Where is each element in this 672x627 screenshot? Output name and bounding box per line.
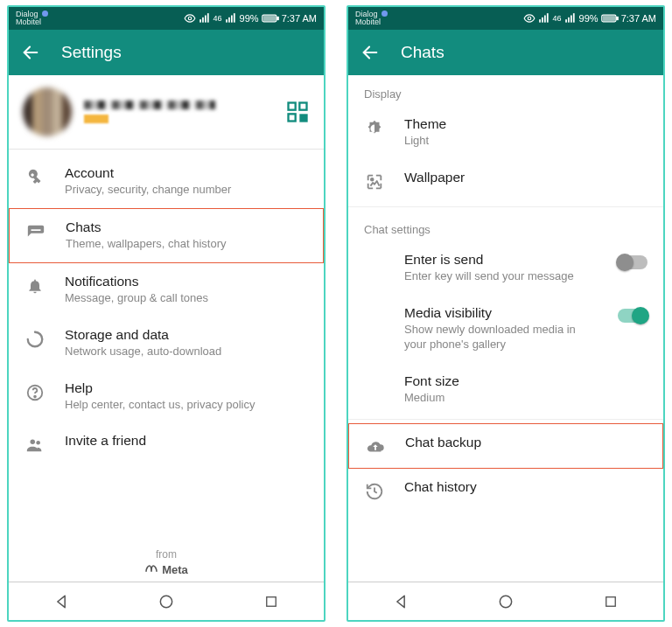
item-sub: Theme, wallpapers, chat history <box>66 237 307 252</box>
item-title: Storage and data <box>65 327 308 343</box>
svg-rect-32 <box>568 17 570 23</box>
footer-meta: from Meta <box>9 541 324 582</box>
chats-item-font-size[interactable]: Font size Medium <box>348 363 663 416</box>
svg-rect-34 <box>573 13 575 23</box>
svg-rect-11 <box>263 17 275 21</box>
item-title: Media visibility <box>404 305 598 321</box>
settings-item-account[interactable]: Account Privacy, security, change number <box>9 155 324 208</box>
toggle-media-visibility[interactable] <box>618 309 648 323</box>
history-icon <box>364 481 385 502</box>
settings-item-chats[interactable]: Chats Theme, wallpapers, chat history <box>9 208 324 263</box>
item-title: Chat backup <box>405 435 647 450</box>
chats-item-backup[interactable]: Chat backup <box>348 423 663 469</box>
battery-icon <box>601 13 619 24</box>
nav-home[interactable] <box>155 590 178 613</box>
section-display: Display <box>348 75 663 106</box>
divider <box>348 419 663 420</box>
svg-point-26 <box>528 17 531 20</box>
profile-name <box>84 101 273 123</box>
svg-rect-4 <box>207 13 209 23</box>
svg-rect-5 <box>226 19 228 23</box>
nav-back[interactable] <box>389 590 412 613</box>
chats-item-theme[interactable]: Theme Light <box>348 106 663 159</box>
meta-logo: Meta <box>144 562 188 576</box>
carrier-label: Dialog Mobitel <box>355 10 388 26</box>
item-title: Theme <box>404 116 648 132</box>
page-title: Chats <box>401 43 444 62</box>
svg-rect-3 <box>205 16 206 23</box>
back-button[interactable] <box>21 43 40 62</box>
item-sub: Enter key will send your message <box>404 269 598 284</box>
divider <box>348 206 663 207</box>
qr-code-button[interactable] <box>285 100 310 124</box>
svg-rect-27 <box>539 19 541 23</box>
item-title: Font size <box>404 373 648 389</box>
status-bar: Dialog Mobitel 46 99% 7:37 AM <box>9 7 324 30</box>
time-label: 7:37 AM <box>282 13 317 24</box>
item-sub: Medium <box>404 391 648 406</box>
status-right: 46 99% 7:37 AM <box>184 12 317 24</box>
settings-item-help[interactable]: Help Help center, contact us, privacy po… <box>9 370 324 423</box>
cloud-upload-icon <box>365 436 386 457</box>
battery-text: 99% <box>240 13 259 24</box>
battery-icon <box>262 13 279 24</box>
item-sub: Light <box>404 134 648 149</box>
nav-recent[interactable] <box>260 590 283 613</box>
bell-icon <box>24 275 46 296</box>
nav-back[interactable] <box>50 590 73 613</box>
profile-name-blurred <box>84 101 215 109</box>
signal-icon <box>199 12 211 24</box>
profile-row[interactable] <box>9 75 324 150</box>
from-label: from <box>156 548 177 561</box>
chats-item-wallpaper[interactable]: Wallpaper <box>348 159 663 203</box>
svg-point-21 <box>34 395 36 397</box>
svg-rect-41 <box>606 596 616 606</box>
item-sub: Network usage, auto-download <box>65 345 308 359</box>
svg-point-24 <box>160 596 172 607</box>
svg-rect-37 <box>603 17 614 21</box>
phone-chats: Dialog Mobitel 46 99% 7:37 AM Chats Disp… <box>346 5 665 622</box>
svg-rect-30 <box>547 13 549 23</box>
svg-rect-10 <box>276 17 278 19</box>
status-bar: Dialog Mobitel 46 99% 7:37 AM <box>348 7 663 30</box>
svg-point-0 <box>188 17 192 20</box>
nav-home[interactable] <box>494 590 517 613</box>
toggle-enter-send[interactable] <box>618 255 648 269</box>
svg-rect-33 <box>570 16 572 23</box>
signal2-icon <box>564 12 577 24</box>
item-sub: Privacy, security, change number <box>65 183 308 198</box>
item-sub: Message, group & call tones <box>65 291 308 306</box>
svg-rect-7 <box>231 16 233 23</box>
carrier-label: Dialog Mobitel <box>16 10 48 26</box>
item-title: Chat history <box>404 479 648 495</box>
back-button[interactable] <box>360 43 380 62</box>
app-bar: Chats <box>348 30 663 75</box>
settings-item-storage[interactable]: Storage and data Network usage, auto-dow… <box>9 317 324 370</box>
svg-rect-8 <box>234 13 235 23</box>
net-label: 46 <box>553 14 562 23</box>
nav-recent[interactable] <box>599 590 622 613</box>
svg-rect-18 <box>301 119 303 121</box>
chats-item-media-visibility[interactable]: Media visibility Show newly downloaded m… <box>348 295 663 363</box>
svg-rect-14 <box>299 103 306 110</box>
svg-rect-16 <box>301 115 303 117</box>
item-title: Enter is send <box>404 252 598 268</box>
settings-item-notifications[interactable]: Notifications Message, group & call tone… <box>9 263 324 317</box>
eye-icon <box>184 12 196 24</box>
item-title: Help <box>65 380 308 396</box>
chats-item-history[interactable]: Chat history <box>348 469 663 512</box>
svg-rect-29 <box>544 16 546 23</box>
chats-item-enter-send[interactable]: Enter is send Enter key will send your m… <box>348 241 663 295</box>
svg-rect-15 <box>289 114 296 121</box>
item-title: Wallpaper <box>404 170 648 185</box>
item-title: Chats <box>66 219 307 235</box>
item-title: Account <box>65 165 308 181</box>
item-sub: Show newly downloaded media in your phon… <box>404 323 598 352</box>
dot-icon <box>382 10 388 17</box>
section-chat-settings: Chat settings <box>348 211 663 241</box>
settings-item-invite[interactable]: Invite a friend <box>9 422 324 466</box>
profile-status-blurred <box>84 115 108 123</box>
net-label: 46 <box>214 14 222 23</box>
key-icon <box>24 167 46 188</box>
android-navbar <box>9 582 324 620</box>
